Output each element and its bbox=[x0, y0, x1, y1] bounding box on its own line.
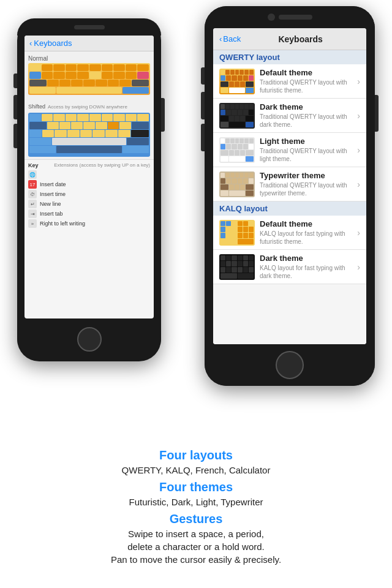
d12 bbox=[243, 110, 248, 115]
theme-name-kalq-dark: Dark theme bbox=[260, 254, 357, 263]
key-5 bbox=[77, 64, 89, 71]
sk-21 bbox=[42, 130, 55, 137]
keyboard-shifted-image bbox=[28, 113, 150, 157]
key-14 bbox=[66, 72, 77, 78]
t14 bbox=[221, 81, 228, 87]
k10 bbox=[238, 227, 243, 232]
heading-four-layouts: Four layouts bbox=[37, 448, 355, 462]
kd12 bbox=[249, 261, 254, 266]
kd8 bbox=[226, 261, 231, 266]
sk-32 bbox=[56, 146, 122, 153]
theme-desc-qwerty-default: Traditional QWERTY layout with futuristi… bbox=[260, 78, 357, 94]
l10 bbox=[232, 144, 236, 149]
key-item-time: ⏱ Insert time bbox=[28, 190, 150, 198]
home-button-right[interactable] bbox=[276, 351, 304, 379]
home-button-left[interactable] bbox=[77, 327, 102, 352]
back-label: Back bbox=[223, 34, 241, 43]
key-2 bbox=[42, 64, 53, 71]
back-chevron-icon: ‹ bbox=[219, 34, 222, 43]
l1 bbox=[221, 138, 225, 144]
back-button[interactable]: ‹ Back bbox=[219, 34, 241, 43]
l2 bbox=[225, 138, 230, 144]
calendar-icon: 17 bbox=[28, 180, 37, 189]
keyboard-normal-image bbox=[28, 63, 150, 95]
left-nav-header: ‹ Keyboards bbox=[24, 36, 154, 51]
d5 bbox=[239, 104, 244, 110]
d16 bbox=[235, 116, 239, 121]
theme-item-qwerty-type[interactable]: Typewriter theme Traditional QWERTY layo… bbox=[213, 167, 366, 202]
d15 bbox=[229, 116, 234, 121]
l12 bbox=[243, 144, 248, 149]
qwerty-section-header: QWERTY layout bbox=[213, 50, 366, 64]
key-21 bbox=[29, 80, 47, 86]
l13 bbox=[249, 144, 254, 149]
key-section-label: Key bbox=[28, 162, 39, 168]
speaker-left bbox=[74, 25, 105, 29]
sk-31 bbox=[29, 146, 56, 153]
key-6 bbox=[89, 64, 101, 71]
key-section-ext: Extensions (access by swiping UP on a ke… bbox=[54, 162, 150, 168]
theme-thumb-qwerty-type bbox=[219, 172, 255, 197]
kd1 bbox=[221, 255, 225, 261]
left-phone-bottom bbox=[17, 318, 161, 360]
key-return bbox=[123, 87, 149, 94]
key-rtl-text: Right to left writing bbox=[40, 221, 85, 227]
key-item-globe: 🌐 bbox=[28, 170, 150, 179]
sk-9 bbox=[126, 114, 137, 121]
shifted-desc: Access by swiping DOWN anywhere bbox=[48, 104, 127, 110]
sk-space bbox=[52, 138, 126, 145]
ty16 bbox=[235, 184, 239, 190]
theme-thumb-kalq-default bbox=[219, 220, 255, 246]
sk-4 bbox=[66, 114, 77, 121]
theme-item-kalq-dark[interactable]: Dark theme KALQ layout for fast typing w… bbox=[213, 250, 366, 284]
heading-gestures: Gestures bbox=[37, 512, 355, 526]
theme-info-qwerty-type: Typewriter theme Traditional QWERTY layo… bbox=[260, 171, 357, 197]
t13 bbox=[249, 75, 254, 81]
theme-item-qwerty-light[interactable]: Light theme Traditional QWERTY layout wi… bbox=[213, 133, 366, 167]
sk-10 bbox=[137, 114, 149, 121]
t17 bbox=[240, 81, 245, 87]
phone-top-bar-left bbox=[17, 18, 161, 36]
ty6 bbox=[244, 173, 249, 178]
theme-name-qwerty-dark: Dark theme bbox=[260, 102, 357, 111]
ty13 bbox=[249, 178, 254, 184]
k9 bbox=[232, 227, 236, 232]
theme-item-qwerty-dark[interactable]: Dark theme Traditional QWERTY layout wit… bbox=[213, 99, 366, 133]
right-phone-screen: ‹ Back Keyboards QWERTY layout bbox=[213, 28, 366, 344]
k4 bbox=[238, 221, 243, 227]
ty1 bbox=[221, 173, 225, 178]
subtext-layouts: QWERTY, KALQ, French, Calculator bbox=[37, 464, 355, 477]
globe-icon: 🌐 bbox=[28, 170, 37, 179]
theme-thumb-kalq-dark bbox=[219, 254, 255, 280]
key-18 bbox=[113, 72, 125, 78]
d20 bbox=[229, 122, 245, 127]
key-28 bbox=[119, 80, 131, 86]
chevron-right-icon-3: › bbox=[357, 145, 360, 155]
theme-item-kalq-default[interactable]: Default theme KALQ layout for fast typin… bbox=[213, 216, 366, 250]
key-27 bbox=[108, 80, 119, 86]
k14 bbox=[226, 233, 231, 238]
t7 bbox=[249, 70, 254, 75]
key-label-row: Key Extensions (access by swiping UP on … bbox=[28, 162, 150, 168]
side-button-vol-up bbox=[13, 95, 17, 119]
ty21 bbox=[246, 190, 254, 196]
d9 bbox=[226, 110, 231, 115]
k3 bbox=[232, 221, 236, 227]
right-side-vol-up bbox=[201, 92, 205, 119]
sk-13 bbox=[59, 122, 71, 129]
sk-5 bbox=[77, 114, 89, 121]
d4 bbox=[235, 104, 239, 110]
d3 bbox=[230, 104, 235, 110]
theme-item-qwerty-default[interactable]: Default theme Traditional QWERTY layout … bbox=[213, 64, 366, 99]
t19 bbox=[221, 88, 228, 93]
t5 bbox=[239, 70, 244, 75]
t6 bbox=[244, 70, 249, 75]
sk-12 bbox=[47, 122, 59, 129]
k2 bbox=[226, 221, 231, 227]
l16 bbox=[235, 150, 239, 156]
keyboard-normal-section: Normal bbox=[24, 51, 154, 101]
kalq-section-header: KALQ layout bbox=[213, 202, 366, 216]
key-23 bbox=[59, 80, 71, 86]
key-15 bbox=[77, 72, 89, 78]
clock-icon: ⏱ bbox=[28, 190, 37, 198]
